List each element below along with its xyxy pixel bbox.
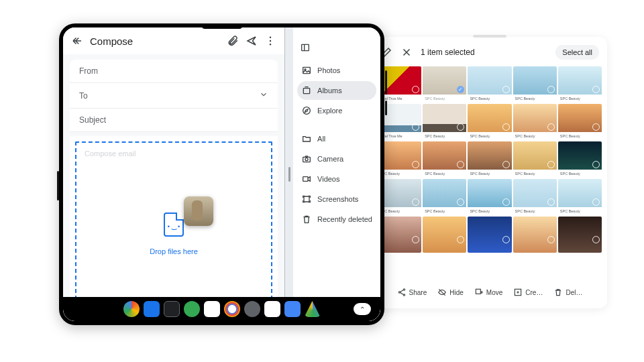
compose-title: Compose	[90, 36, 220, 47]
app-messages[interactable]	[204, 301, 220, 317]
photo-thumb-selected[interactable]: SPC Beauty	[423, 66, 466, 103]
svg-rect-16	[304, 196, 309, 202]
share-icon	[397, 288, 407, 297]
nav-videos[interactable]: Videos	[297, 170, 376, 188]
share-button[interactable]: Share	[397, 288, 427, 297]
svg-point-0	[403, 289, 405, 290]
album-icon	[301, 85, 312, 96]
photo-thumb[interactable]: SPC Beauty	[468, 179, 511, 215]
svg-point-1	[398, 292, 400, 293]
trash-icon	[301, 214, 312, 225]
app-search[interactable]	[144, 301, 160, 317]
close-icon[interactable]	[400, 46, 413, 58]
trash-icon	[553, 288, 563, 297]
nav-pill[interactable]: ⌃	[354, 303, 371, 315]
photo-thumb[interactable]: SPC Beauty	[468, 66, 511, 103]
svg-point-6	[270, 40, 271, 42]
compose-toolbar: Compose	[63, 27, 284, 54]
photo-thumb[interactable]: SPC Beauty	[423, 179, 466, 215]
nav-albums[interactable]: Albums	[297, 81, 376, 100]
photo-thumb[interactable]	[468, 217, 511, 253]
camera-icon	[301, 154, 312, 164]
compose-body[interactable]: Compose email • ‿ • Drop files here	[70, 136, 278, 318]
photo-thumb[interactable]: SPC Beauty	[423, 141, 466, 178]
photo-thumb[interactable]: SPC Beauty	[558, 179, 602, 215]
overflow-icon[interactable]	[264, 35, 276, 47]
svg-rect-11	[303, 88, 309, 94]
move-button[interactable]: Move	[474, 288, 502, 297]
dragged-photo[interactable]	[184, 196, 213, 226]
photo-thumb[interactable]: SPC Beauty	[513, 179, 557, 215]
nav-screenshots[interactable]: Screenshots	[297, 190, 376, 208]
photo-thumb[interactable]: SPC Beauty	[513, 104, 557, 140]
app-gmail[interactable]	[264, 301, 280, 317]
nav-all[interactable]: All	[297, 129, 376, 148]
attach-icon[interactable]	[227, 35, 239, 47]
photo-thumb[interactable]	[558, 217, 602, 253]
select-all-button[interactable]: Select all	[555, 45, 599, 60]
body-placeholder: Compose email	[85, 149, 136, 158]
compose-fields: From To Subject	[70, 60, 278, 132]
nav-recently-deleted[interactable]: Recently deleted	[297, 210, 376, 229]
app-camera[interactable]	[244, 301, 260, 317]
panel-icon[interactable]	[300, 42, 311, 53]
app-allapps[interactable]	[123, 301, 140, 317]
photo-thumb[interactable]: SPC Beauty	[513, 141, 557, 178]
fold-screen: Compose From To	[63, 27, 380, 321]
photo-thumb[interactable]: SPC Beauty	[468, 141, 511, 178]
image-icon	[301, 65, 312, 76]
grip-icon	[288, 167, 290, 182]
app-drive[interactable]	[305, 301, 321, 317]
nav-camera[interactable]: Camera	[297, 149, 376, 168]
photo-thumb[interactable]: SPC Beauty	[468, 104, 511, 140]
split-handle[interactable]	[285, 27, 293, 321]
svg-rect-15	[303, 177, 308, 182]
selection-count: 1 item selected	[421, 48, 475, 57]
app-gallery[interactable]	[284, 301, 301, 317]
svg-rect-9	[303, 67, 311, 73]
photo-thumb[interactable]: SPC Beauty	[558, 104, 602, 140]
send-icon[interactable]	[246, 35, 258, 47]
taskbar: ⌃	[63, 297, 380, 321]
hide-icon	[437, 288, 447, 297]
folder-icon	[301, 133, 312, 144]
svg-rect-3	[476, 289, 480, 294]
drop-zone[interactable]: Compose email • ‿ • Drop files here	[75, 141, 272, 313]
svg-point-14	[305, 158, 308, 161]
back-icon[interactable]	[71, 35, 83, 47]
delete-button[interactable]: Del…	[553, 288, 582, 297]
screenshot-icon	[301, 194, 312, 204]
photo-thumb[interactable]	[423, 217, 466, 253]
app-chrome[interactable]	[224, 301, 240, 317]
from-field[interactable]: From	[70, 60, 278, 83]
gallery-header: 1 item selected Select all	[378, 41, 602, 64]
nav-explore[interactable]: Explore	[297, 101, 376, 120]
gallery-panel: 1 item selected Select all Pixel True Me…	[372, 37, 607, 308]
hide-button[interactable]: Hide	[437, 288, 464, 297]
move-icon	[474, 288, 484, 297]
fold-device: Compose From To	[59, 23, 384, 325]
subject-field[interactable]: Subject	[70, 109, 278, 132]
svg-point-7	[270, 44, 271, 45]
photo-thumb[interactable]: SPC Beauty	[558, 141, 602, 178]
to-field[interactable]: To	[70, 83, 278, 109]
photo-grid: Pixel True Me SPC Beauty SPC Beauty SPC …	[378, 66, 602, 279]
chevron-down-icon[interactable]	[259, 90, 268, 101]
create-button[interactable]: Cre…	[513, 288, 543, 297]
app-files[interactable]	[164, 301, 180, 317]
device-notch	[473, 35, 506, 38]
photo-thumb[interactable]: SPC Beauty	[423, 104, 466, 140]
create-icon	[513, 288, 523, 297]
compose-pane: Compose From To	[63, 27, 285, 321]
svg-point-5	[270, 37, 271, 38]
nav-photos[interactable]: Photos	[297, 61, 376, 80]
gallery-nav: Photos Albums Explore All Camera Vid	[293, 27, 380, 321]
photo-thumb[interactable]: SPC Beauty	[558, 66, 602, 103]
photo-thumb[interactable]	[513, 217, 557, 253]
svg-rect-8	[302, 44, 309, 50]
explore-icon	[301, 105, 312, 116]
photo-thumb[interactable]: SPC Beauty	[513, 66, 557, 103]
file-smile-icon: • ‿ •	[164, 213, 184, 237]
video-icon	[301, 174, 312, 184]
app-phone[interactable]	[184, 301, 200, 317]
